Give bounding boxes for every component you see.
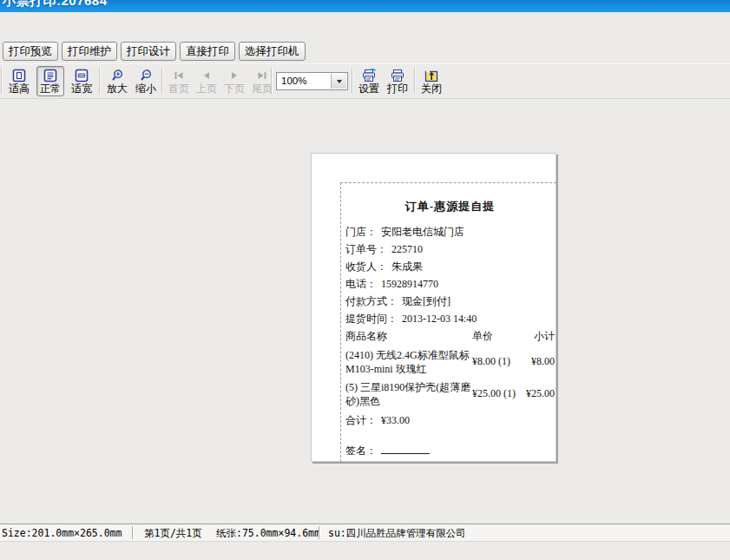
close-button[interactable]: 关闭 xyxy=(418,66,445,96)
table-row: (2410) 无线2.4G标准型鼠标 M103-mini 玫瑰红 ¥8.00 (… xyxy=(345,346,555,378)
window-title: 小票打印:207684 xyxy=(3,0,108,10)
receipt-total: 合计：¥33.00 xyxy=(345,412,555,429)
fit-width-button[interactable]: 适宽 xyxy=(68,66,95,96)
fit-width-label: 适宽 xyxy=(71,83,92,94)
field-label: 订单号： xyxy=(345,243,387,255)
status-page: 第1页/共1页 xyxy=(144,527,202,540)
field-value: 2013-12-03 14:40 xyxy=(402,313,477,325)
first-page-button[interactable]: 首页 xyxy=(165,66,193,96)
direct-print-button[interactable]: 直接打印 xyxy=(180,42,235,61)
receipt-field-payment: 付款方式：现金[到付] xyxy=(345,293,555,310)
fit-height-label: 适高 xyxy=(9,83,30,94)
signature-line xyxy=(381,444,430,454)
unit-price: ¥8.00 (1) xyxy=(472,355,526,368)
table-row: (5) 三星i8190保护壳(超薄磨砂)黑色 ¥25.00 (1) ¥25.00 xyxy=(345,378,555,410)
subtotal: ¥25.00 xyxy=(526,387,555,400)
print-label: 打印 xyxy=(387,83,408,94)
prev-page-button[interactable]: 上页 xyxy=(193,66,220,96)
last-page-label: 尾页 xyxy=(252,83,273,94)
fit-height-icon xyxy=(12,69,26,82)
normal-view-icon xyxy=(43,69,57,82)
next-page-button[interactable]: 下页 xyxy=(220,66,248,96)
print-preview-button[interactable]: 打印预览 xyxy=(3,42,58,61)
fit-width-icon xyxy=(75,69,89,82)
toolbar-separator xyxy=(352,68,353,94)
fit-height-button[interactable]: 适高 xyxy=(5,66,33,96)
field-label: 付款方式： xyxy=(345,295,398,307)
close-label: 关闭 xyxy=(421,83,442,94)
signature-row: 签名： xyxy=(345,444,555,459)
zoom-select-value: 100% xyxy=(281,76,306,86)
zoom-in-label: 放大 xyxy=(107,83,128,94)
print-design-button[interactable]: 打印设计 xyxy=(121,42,176,61)
normal-view-button[interactable]: 正常 xyxy=(36,66,64,96)
field-value: 安阳老电信城门店 xyxy=(381,226,464,238)
normal-view-label: 正常 xyxy=(40,83,61,94)
header-product-name: 商品名称 xyxy=(345,327,472,346)
toolbar-separator xyxy=(99,68,101,94)
window-titlebar: 小票打印:207684 xyxy=(0,0,730,12)
receipt-field-order-no: 订单号：225710 xyxy=(345,240,555,258)
print-settings-label: 设置 xyxy=(358,83,379,94)
field-value: 现金[到付] xyxy=(402,295,450,307)
zoom-select[interactable]: 100% xyxy=(276,72,348,90)
receipt-page: 订单-惠源提自提 门店：安阳老电信城门店 订单号：225710 收货人：朱成果 … xyxy=(311,153,556,462)
next-page-icon xyxy=(228,69,240,82)
receipt-field-pickup-time: 提货时间：2013-12-03 14:40 xyxy=(345,310,555,327)
total-value: ¥33.00 xyxy=(381,414,410,426)
chevron-down-icon xyxy=(337,80,342,83)
zoom-in-button[interactable]: 放大 xyxy=(103,66,131,96)
status-separator xyxy=(319,526,320,539)
toolbar-main: 打印预览 打印维护 打印设计 直接打印 选择打印机 xyxy=(3,42,306,61)
receipt-content: 订单-惠源提自提 门店：安阳老电信城门店 订单号：225710 收货人：朱成果 … xyxy=(345,194,555,459)
toolbar-separator xyxy=(1,68,3,94)
status-size: Size:201.0mm×265.0mm xyxy=(2,527,122,539)
first-page-label: 首页 xyxy=(168,83,189,94)
print-button[interactable]: 打印 xyxy=(384,66,411,96)
field-label: 门店： xyxy=(345,226,377,238)
close-icon xyxy=(424,69,438,82)
zoom-dropdown-arrow[interactable] xyxy=(331,74,346,89)
first-page-icon xyxy=(173,69,185,82)
field-label: 电话： xyxy=(345,278,377,290)
field-value: 225710 xyxy=(391,243,423,255)
toolbar-view: 适高 正常 适宽 放大 缩小 首页 上页 xyxy=(0,63,730,99)
field-label: 收货人： xyxy=(345,260,387,273)
field-value: 朱成果 xyxy=(391,260,423,273)
status-bar: Size:201.0mm×265.0mm 第1页/共1页 纸张:75.0mm×9… xyxy=(0,524,730,542)
header-subtotal: 小计 xyxy=(526,327,555,346)
zoom-in-icon xyxy=(110,69,124,82)
unit-price: ¥25.00 (1) xyxy=(472,387,526,400)
total-label: 合计： xyxy=(345,414,377,426)
status-paper: 纸张:75.0mm×94.6mm xyxy=(216,527,320,540)
toolbar-separator xyxy=(414,68,416,94)
receipt-field-store: 门店：安阳老电信城门店 xyxy=(345,223,555,240)
select-printer-button[interactable]: 选择打印机 xyxy=(239,42,306,61)
receipt-title: 订单-惠源提自提 xyxy=(345,194,555,223)
status-company: su:四川品胜品牌管理有限公司 xyxy=(328,527,466,540)
field-label: 提货时间： xyxy=(345,313,398,325)
toolbar-separator xyxy=(161,68,163,94)
print-settings-icon xyxy=(361,69,377,82)
print-maintain-button[interactable]: 打印维护 xyxy=(62,42,117,61)
zoom-out-label: 缩小 xyxy=(135,83,156,94)
field-value: 15928914770 xyxy=(381,278,438,290)
prev-page-label: 上页 xyxy=(196,83,217,94)
zoom-out-icon xyxy=(139,69,153,82)
print-settings-button[interactable]: 设置 xyxy=(355,66,383,96)
receipt-field-consignee: 收货人：朱成果 xyxy=(345,258,555,275)
product-name: (2410) 无线2.4G标准型鼠标 M103-mini 玫瑰红 xyxy=(345,346,472,378)
status-separator xyxy=(132,526,134,539)
print-icon xyxy=(390,69,405,82)
header-unit-price: 单价 xyxy=(472,327,526,346)
receipt-table-header: 商品名称 单价 小计 xyxy=(345,327,555,346)
next-page-label: 下页 xyxy=(224,83,245,94)
receipt-field-phone: 电话：15928914770 xyxy=(345,275,555,293)
toolbar-separator xyxy=(271,68,273,94)
last-page-icon xyxy=(256,69,268,82)
zoom-out-button[interactable]: 缩小 xyxy=(132,66,160,96)
subtotal: ¥8.00 xyxy=(526,355,555,368)
signature-label: 签名： xyxy=(345,445,377,457)
product-name: (5) 三星i8190保护壳(超薄磨砂)黑色 xyxy=(345,379,472,410)
prev-page-icon xyxy=(201,69,213,82)
